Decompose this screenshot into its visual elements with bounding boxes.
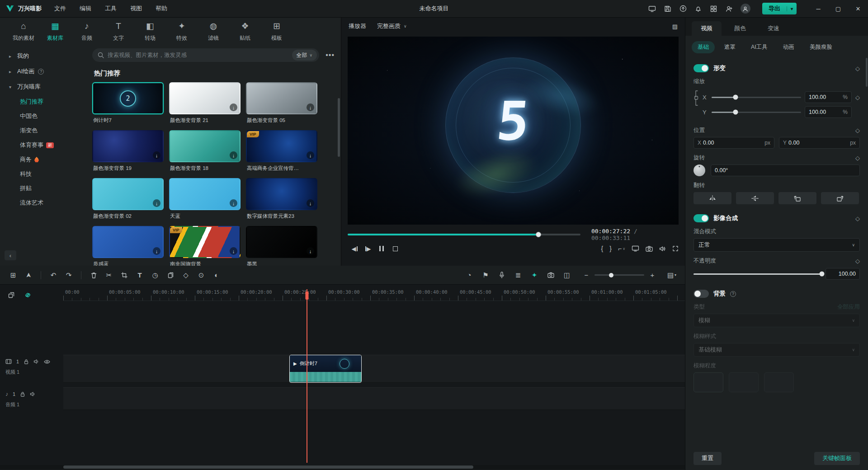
motion-track-icon[interactable]: ⊙ <box>194 268 208 282</box>
tab-templates[interactable]: ⊞模板 <box>261 21 292 42</box>
tab-stock-media[interactable]: ▦素材库 <box>40 21 71 42</box>
rotation-field[interactable]: 0.00° <box>711 164 860 176</box>
keyframe-diamond-icon[interactable]: ◇ <box>855 258 860 264</box>
snapshot-icon[interactable] <box>544 268 557 282</box>
download-icon[interactable]: ↓ <box>230 199 237 207</box>
scale-x-slider[interactable] <box>712 97 801 98</box>
preview-display-icon[interactable]: ▨ <box>672 23 678 30</box>
snapshot-camera-icon[interactable] <box>646 246 653 252</box>
media-thumbnail[interactable]: ↓ <box>169 82 241 114</box>
tab-video[interactable]: 视频 <box>692 21 722 36</box>
timeline-zoom-slider[interactable] <box>594 274 644 276</box>
download-icon[interactable]: ↓ <box>153 199 160 207</box>
lock-track-icon[interactable] <box>20 391 25 397</box>
download-icon[interactable]: ↓ <box>307 151 314 159</box>
rotate-cw-button[interactable] <box>821 192 859 204</box>
mute-track-icon[interactable] <box>33 359 39 364</box>
media-thumbnail[interactable]: 2 <box>92 82 164 114</box>
split-scissors-icon[interactable]: ✂ <box>102 268 116 282</box>
keyframe-diamond-icon[interactable]: ◇ <box>855 65 860 72</box>
download-icon[interactable]: ↓ <box>230 103 237 111</box>
menu-help[interactable]: 帮助 <box>156 5 167 13</box>
sidebar-item-hot-recommend[interactable]: 热门推荐 <box>5 94 85 109</box>
lock-track-icon[interactable] <box>24 359 29 364</box>
sidebar-item-collage[interactable]: 拼贴 <box>5 181 85 196</box>
tab-speed[interactable]: 变速 <box>759 21 788 36</box>
rotate-ccw-button[interactable] <box>778 192 816 204</box>
search-input[interactable] <box>108 52 288 58</box>
media-thumbnail[interactable]: VIP↓ <box>246 130 317 162</box>
sidebar-group-mine[interactable]: ▸我的 <box>5 48 85 64</box>
opacity-field[interactable]: 100.00 <box>826 268 860 280</box>
compositing-toggle[interactable] <box>693 214 709 222</box>
mark-level-icon[interactable]: ⌐∨ <box>618 245 625 252</box>
mute-track-icon[interactable] <box>30 391 36 397</box>
reset-button[interactable]: 重置 <box>693 452 722 465</box>
tab-filters[interactable]: ◍滤镜 <box>198 21 229 42</box>
background-toggle[interactable] <box>693 290 709 298</box>
redo-icon[interactable]: ↷ <box>62 268 75 282</box>
fullscreen-icon[interactable] <box>672 245 679 252</box>
speed-icon[interactable]: ◷ <box>148 268 162 282</box>
media-item[interactable]: ↓ 天蓝 <box>169 178 241 220</box>
keyframe-diamond-icon[interactable]: ◇ <box>855 127 860 134</box>
render-preview-icon[interactable]: ◔ <box>462 268 476 282</box>
apps-grid-icon[interactable] <box>710 5 718 13</box>
pause-button[interactable] <box>375 243 388 254</box>
volume-icon[interactable] <box>659 246 666 252</box>
playback-progress-bar[interactable] <box>348 234 580 235</box>
crop-icon[interactable] <box>118 268 131 282</box>
media-item[interactable]: 2 倒计时7 <box>92 82 164 124</box>
sidebar-item-fluid-art[interactable]: 流体艺术 <box>5 196 85 210</box>
transform-toggle[interactable] <box>693 64 709 72</box>
media-item[interactable]: VIP↓ 高端商务企业宣传背… <box>246 130 317 172</box>
export-caret-icon[interactable]: ▾ <box>787 6 797 11</box>
split-view-icon[interactable]: ◫ <box>560 268 574 282</box>
tab-stickers[interactable]: ❖贴纸 <box>230 21 260 42</box>
opacity-slider[interactable] <box>693 273 822 275</box>
media-item[interactable]: VIP↓ 南非国旗背景 <box>169 226 241 266</box>
maximize-button[interactable]: ▢ <box>828 0 848 18</box>
select-tool-icon[interactable]: ➤ <box>22 268 35 282</box>
save-icon[interactable] <box>664 5 672 13</box>
menu-view[interactable]: 视图 <box>130 5 142 13</box>
previous-frame-button[interactable]: ◀ <box>348 243 361 254</box>
media-thumbnail[interactable]: ↓ <box>169 130 241 162</box>
playhead[interactable] <box>307 289 307 463</box>
hide-track-icon[interactable] <box>44 359 50 364</box>
media-item[interactable]: ↓ 数字媒体背景元素23 <box>246 178 317 220</box>
video-track-lane[interactable] <box>63 355 685 383</box>
media-item[interactable]: ↓ 质感蓝 <box>92 226 164 266</box>
position-x-input[interactable] <box>703 140 763 146</box>
share-upload-icon[interactable] <box>679 5 687 13</box>
timeline-horizontal-scrollbar[interactable] <box>0 465 685 469</box>
subtab-basic[interactable]: 基础 <box>692 41 715 53</box>
user-avatar[interactable] <box>741 4 750 14</box>
filter-dropdown[interactable]: 全部∨ <box>292 50 317 61</box>
media-thumbnail[interactable]: ↓ <box>92 178 164 210</box>
mark-out-icon[interactable]: } <box>609 245 612 252</box>
download-icon[interactable]: ↓ <box>307 103 314 111</box>
collapse-sidebar-button[interactable]: ‹ <box>5 250 16 260</box>
tab-my-media[interactable]: ⌂我的素材 <box>8 21 39 42</box>
media-thumbnail[interactable]: ↓ <box>92 130 164 162</box>
download-icon[interactable]: ↓ <box>230 151 237 159</box>
menu-edit[interactable]: 编辑 <box>80 5 91 13</box>
flip-vertical-button[interactable] <box>736 192 774 204</box>
tab-audio[interactable]: ♪音频 <box>71 21 102 42</box>
playback-progress-handle[interactable] <box>536 232 541 237</box>
zoom-out-icon[interactable]: − <box>582 268 591 282</box>
export-button[interactable]: 导出 ▾ <box>762 3 797 14</box>
download-icon[interactable]: ↓ <box>307 247 314 255</box>
subtab-mask[interactable]: 遮罩 <box>718 41 741 53</box>
search-bar[interactable]: 全部∨ <box>92 48 319 62</box>
position-y-input[interactable] <box>788 140 848 146</box>
menu-tools[interactable]: 工具 <box>105 5 117 13</box>
keyframe-diamond-icon[interactable]: ◇ <box>855 94 860 101</box>
media-item[interactable]: ↓ 颜色渐变背景 18 <box>169 130 241 172</box>
media-item[interactable]: ↓ 墨黑 <box>246 226 317 266</box>
timeline-ruler[interactable]: 00:00 00:00:05:00 00:00:10:00 00:00:15:0… <box>63 289 685 301</box>
scale-y-slider[interactable] <box>712 112 801 113</box>
subtab-animation[interactable]: 动画 <box>777 41 800 53</box>
menu-file[interactable]: 文件 <box>54 5 66 13</box>
